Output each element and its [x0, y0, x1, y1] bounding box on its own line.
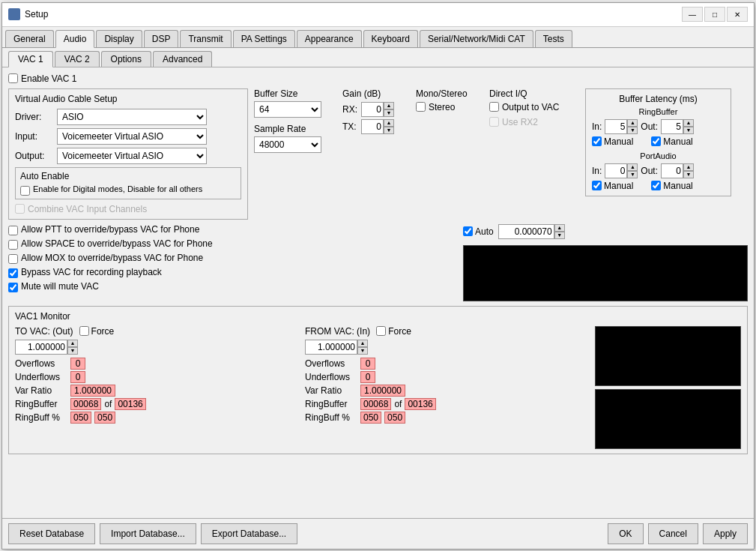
to-vac-force-checkbox[interactable]: [79, 326, 89, 336]
input-select[interactable]: Voicemeeter Virtual ASIO: [57, 128, 207, 145]
pa-in-label: In:: [592, 166, 602, 176]
pa-in-up[interactable]: ▲: [627, 163, 638, 171]
ptt-checkbox[interactable]: [8, 226, 18, 235]
tab-display[interactable]: Display: [96, 30, 142, 47]
bottom-bar: Reset Database Import Database... Export…: [2, 518, 754, 549]
to-vac-spin-up[interactable]: ▲: [67, 340, 78, 347]
mono-stereo-label: Mono/Stereo: [416, 88, 483, 99]
ring-in-input[interactable]: [605, 119, 627, 134]
output-to-vac-checkbox[interactable]: [489, 102, 499, 112]
from-vac-force-checkbox[interactable]: [376, 326, 386, 336]
tx-spin-input[interactable]: [361, 119, 384, 134]
cancel-button[interactable]: Cancel: [648, 523, 698, 544]
export-database-button[interactable]: Export Database...: [201, 523, 297, 544]
pa-manual-in-checkbox[interactable]: [592, 181, 602, 190]
auto-checkbox[interactable]: [463, 226, 473, 236]
mute-checkbox[interactable]: [8, 283, 18, 292]
ok-button[interactable]: OK: [608, 523, 643, 544]
auto-enable-title: Auto Enable: [20, 171, 236, 181]
app-icon: [8, 8, 20, 20]
auto-spin-down[interactable]: ▼: [554, 232, 565, 239]
window-title: Setup: [25, 9, 48, 19]
rx-spin-input[interactable]: [361, 102, 384, 117]
subtab-options[interactable]: Options: [101, 51, 151, 67]
title-bar: Setup — □ ✕: [2, 3, 754, 27]
space-checkbox[interactable]: [8, 240, 18, 250]
from-vac-force-label: Force: [388, 326, 411, 337]
tab-keyboard[interactable]: Keyboard: [363, 30, 418, 47]
tab-audio[interactable]: Audio: [55, 30, 95, 48]
tab-transmit[interactable]: Transmit: [180, 30, 231, 47]
close-button[interactable]: ✕: [727, 7, 748, 22]
driver-select[interactable]: ASIO: [57, 109, 207, 125]
enable-vac1-checkbox[interactable]: [8, 73, 18, 83]
from-vac-underflows-label: Underflows: [305, 372, 357, 382]
sample-rate-select[interactable]: 48000: [254, 136, 321, 153]
to-vac-spin-down[interactable]: ▼: [67, 347, 78, 355]
from-vac-overflows-label: Overflows: [305, 358, 357, 369]
gain-label: Gain (dB): [342, 88, 410, 99]
black-display-right-top: [595, 326, 741, 386]
ring-out-input[interactable]: [661, 119, 683, 134]
auto-enable-checkbox[interactable]: [20, 186, 30, 196]
apply-button[interactable]: Apply: [703, 523, 748, 544]
subtab-advanced[interactable]: Advanced: [153, 51, 212, 67]
tab-tests[interactable]: Tests: [535, 30, 572, 47]
ring-out-down[interactable]: ▼: [683, 127, 694, 134]
ring-out-up[interactable]: ▲: [683, 119, 694, 127]
to-vac-ringbuf-a: 00068: [70, 398, 101, 410]
ring-out-label: Out:: [641, 121, 658, 132]
from-vac-spin-up[interactable]: ▲: [357, 340, 368, 347]
pa-out-up[interactable]: ▲: [683, 163, 694, 171]
rx-spin-up[interactable]: ▲: [384, 102, 394, 109]
ring-manual-out-checkbox[interactable]: [651, 136, 661, 146]
subtab-vac1[interactable]: VAC 1: [8, 51, 53, 67]
pa-out-down[interactable]: ▼: [683, 171, 694, 178]
from-vac-ringperc-label: RingBuff %: [305, 412, 357, 423]
pa-in-input[interactable]: [605, 163, 627, 178]
enable-vac1-label: Enable VAC 1: [21, 73, 77, 84]
from-vac-ringbuf-of: of: [394, 399, 402, 409]
from-vac-spin-down[interactable]: ▼: [357, 347, 368, 355]
output-select[interactable]: Voicemeeter Virtual ASIO: [57, 148, 207, 164]
ring-manual-in-checkbox[interactable]: [592, 136, 602, 146]
buffer-size-select[interactable]: 64: [254, 101, 321, 118]
maximize-button[interactable]: □: [704, 7, 725, 22]
direct-iq-label: Direct I/Q: [489, 88, 579, 99]
sub-tab-bar: VAC 1 VAC 2 Options Advanced: [2, 48, 754, 67]
subtab-vac2[interactable]: VAC 2: [55, 51, 100, 67]
pa-manual-out-checkbox[interactable]: [651, 181, 661, 190]
rx-spin-down[interactable]: ▼: [384, 109, 394, 117]
ring-in-down[interactable]: ▼: [627, 127, 638, 134]
to-vac-ringperc-label: RingBuff %: [15, 412, 67, 423]
pa-out-label: Out:: [641, 166, 658, 176]
pa-manual-out-label: Manual: [663, 181, 692, 191]
ring-in-label: In:: [592, 121, 602, 132]
combine-vac-checkbox[interactable]: [15, 204, 25, 214]
tab-general[interactable]: General: [5, 30, 54, 47]
tab-serial[interactable]: Serial/Network/Midi CAT: [420, 30, 533, 47]
from-vac-spin-input[interactable]: [305, 340, 357, 355]
to-vac-spin-input[interactable]: [15, 340, 67, 355]
reset-database-button[interactable]: Reset Database: [8, 523, 95, 544]
tx-spin-up[interactable]: ▲: [384, 119, 394, 127]
auto-value-input[interactable]: [498, 224, 554, 239]
pa-in-down[interactable]: ▼: [627, 171, 638, 178]
minimize-button[interactable]: —: [682, 7, 703, 22]
pa-out-input[interactable]: [661, 163, 683, 178]
tab-appearance[interactable]: Appearance: [297, 30, 362, 47]
ring-manual-in-label: Manual: [604, 136, 633, 147]
tab-dsp[interactable]: DSP: [144, 30, 179, 47]
stereo-checkbox[interactable]: [416, 102, 426, 112]
tx-spin-down[interactable]: ▼: [384, 127, 394, 134]
mox-checkbox[interactable]: [8, 254, 18, 264]
import-database-button[interactable]: Import Database...: [100, 523, 196, 544]
bypass-checkbox[interactable]: [8, 268, 18, 278]
mute-label: Mute will mute VAC: [21, 281, 99, 292]
black-display-top: [463, 245, 748, 301]
use-rx2-checkbox[interactable]: [489, 117, 499, 127]
ptt-label: Allow PTT to override/bypass VAC for Pho…: [21, 224, 199, 235]
ring-in-up[interactable]: ▲: [627, 119, 638, 127]
auto-spin-up[interactable]: ▲: [554, 224, 565, 232]
tab-pa-settings[interactable]: PA Settings: [233, 30, 295, 47]
